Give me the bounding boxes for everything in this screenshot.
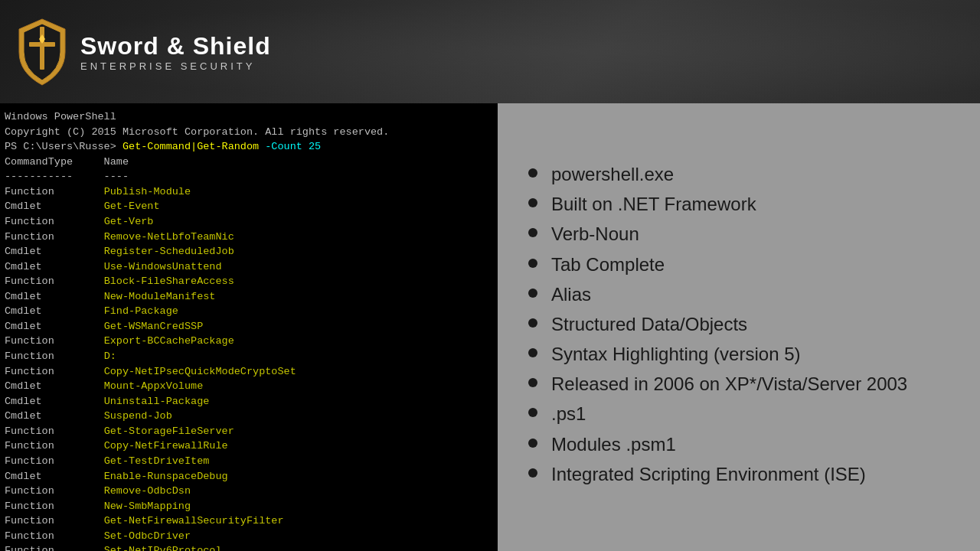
bullet-text: Modules .psm1 [551,432,949,456]
terminal-line: Cmdlet Enable-RunspaceDebug [5,469,493,484]
feature-list: powershell.exeBuilt on .NET FrameworkVer… [528,162,949,492]
list-item: powershell.exe [528,162,949,186]
list-item: .ps1 [528,402,949,425]
bullet-dot-icon [528,348,537,357]
logo-container: Sword & Shield ENTERPRISE SECURITY [15,18,271,86]
list-item: Integrated Scripting Environment (ISE) [528,462,949,486]
bullet-text: Built on .NET Framework [551,192,949,216]
terminal-line: Cmdlet Use-WindowsUnattend [5,259,493,275]
bullet-dot-icon [528,378,537,387]
terminal-line: Function Block-FileShareAccess [5,274,493,289]
list-item: Verb-Noun [528,222,949,246]
terminal-line: Cmdlet Get-WSManCredSSP [5,319,493,334]
terminal-line: PS C:\Users\Russe> Get-Command|Get-Rando… [5,139,493,155]
bullet-dot-icon [528,168,537,178]
terminal-line: Copyright (C) 2015 Microsoft Corporation… [5,125,493,140]
terminal-panel: Windows PowerShellCopyright (C) 2015 Mic… [0,103,498,551]
terminal-line: Function D: [5,349,493,364]
bullet-dot-icon [528,259,537,268]
list-item: Built on .NET Framework [528,192,949,216]
list-item: Modules .psm1 [528,432,949,456]
bullet-text: Tab Complete [551,253,949,276]
shield-logo-icon [15,18,69,86]
terminal-line: Function New-SmbMapping [5,499,493,514]
terminal-line: Function Copy-NetFirewallRule [5,439,493,454]
list-item: Structured Data/Objects [528,312,949,336]
terminal-line: Function Get-NetFirewallSecurityFilter [5,514,493,529]
company-name: Sword & Shield [80,32,271,60]
bullet-dot-icon [528,228,537,237]
list-item: Released in 2006 on XP*/Vista/Server 200… [528,372,949,396]
main-content: Windows PowerShellCopyright (C) 2015 Mic… [0,103,980,551]
list-item: Syntax Highlighting (version 5) [528,342,949,366]
bullet-text: Structured Data/Objects [551,312,949,336]
terminal-line: Function Get-TestDriveItem [5,454,493,469]
bullet-text: Integrated Scripting Environment (ISE) [551,462,949,486]
bullet-text: Syntax Highlighting (version 5) [551,342,949,366]
right-panel: powershell.exeBuilt on .NET FrameworkVer… [498,103,980,551]
terminal-line: Cmdlet New-ModuleManifest [5,289,493,305]
terminal-line: Function Get-Verb [5,214,493,230]
terminal-line: Cmdlet Suspend-Job [5,409,493,424]
terminal-line: Cmdlet Uninstall-Package [5,394,493,409]
bullet-text: Verb-Noun [551,222,949,246]
terminal-line: Cmdlet Find-Package [5,304,493,319]
list-item: Tab Complete [528,253,949,276]
bullet-text: .ps1 [551,402,949,425]
logo-text: Sword & Shield ENTERPRISE SECURITY [80,32,271,72]
bullet-text: powershell.exe [551,162,949,186]
terminal-line: Function Set-OdbcDriver [5,529,493,544]
bullet-dot-icon [528,318,537,328]
terminal-line: Function Remove-NetLbfoTeamNic [5,230,493,245]
terminal-line: Function Get-StorageFileServer [5,424,493,439]
header: Sword & Shield ENTERPRISE SECURITY [0,0,980,103]
bullet-dot-icon [528,408,537,417]
bullet-text: Alias [551,282,949,306]
terminal-line: ----------- ---- [5,169,493,184]
terminal-line: CommandType Name [5,155,493,170]
terminal-line: Cmdlet Register-ScheduledJob [5,244,493,259]
terminal-line: Windows PowerShell [5,109,493,125]
bullet-text: Released in 2006 on XP*/Vista/Server 200… [551,372,949,396]
terminal-line: Function Remove-OdbcDsn [5,484,493,499]
terminal-line: Function Copy-NetIPsecQuickModeCryptoSet [5,364,493,380]
bullet-dot-icon [528,439,537,448]
list-item: Alias [528,282,949,306]
terminal-line: Function Export-BCCachePackage [5,334,493,349]
terminal-line: Cmdlet Mount-AppxVolume [5,379,493,394]
terminal-line: Cmdlet Get-Event [5,199,493,214]
terminal-line: Function Publish-Module [5,184,493,200]
bullet-dot-icon [528,198,537,207]
company-subtitle: ENTERPRISE SECURITY [80,60,271,72]
terminal-line: Function Set-NetIPv6Protocol [5,543,493,551]
bullet-dot-icon [528,289,537,298]
svg-rect-0 [40,27,44,70]
bullet-dot-icon [528,468,537,478]
